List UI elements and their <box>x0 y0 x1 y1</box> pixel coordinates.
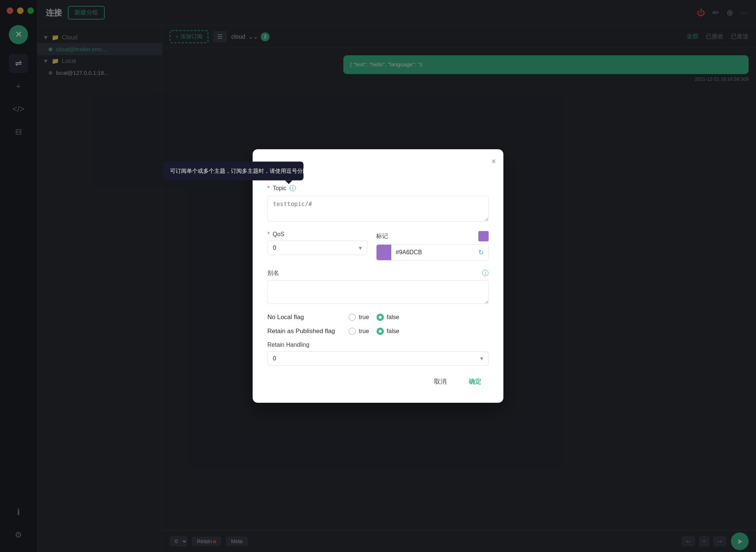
color-label: 标记 <box>376 231 489 241</box>
color-input-wrapper: ↻ <box>376 244 489 261</box>
qos-color-row: * QoS 0 1 2 ▼ 标记 <box>267 231 489 261</box>
retain-published-true-radio[interactable] <box>348 328 356 335</box>
qos-field: * QoS 0 1 2 ▼ <box>267 231 367 261</box>
no-local-true-radio[interactable] <box>348 314 356 321</box>
color-swatch-preview[interactable] <box>478 231 489 241</box>
topic-info-wrapper: ⓘ 可订阅单个或多个主题，订阅多主题时，请使用逗号分隔（,） <box>289 184 296 193</box>
retain-handling-select-wrapper: 0 1 2 ▼ <box>267 351 489 366</box>
modal-overlay: 添加订阅 × * Topic ⓘ 可订阅单个或多个主题，订阅多主题时，请使用逗号… <box>0 0 756 552</box>
no-local-true-option[interactable]: true <box>348 314 369 321</box>
qos-select[interactable]: 0 1 2 <box>267 241 367 255</box>
dialog-close-button[interactable]: × <box>491 157 496 166</box>
topic-label: * Topic ⓘ 可订阅单个或多个主题，订阅多主题时，请使用逗号分隔（,） <box>267 184 489 193</box>
alias-input[interactable] <box>267 280 489 304</box>
cancel-button[interactable]: 取消 <box>427 374 454 389</box>
no-local-false-radio[interactable] <box>377 314 384 321</box>
dialog-footer: 取消 确定 <box>267 374 489 389</box>
color-swatch <box>377 245 391 260</box>
retain-handling-select[interactable]: 0 1 2 <box>267 351 489 366</box>
topic-info-icon[interactable]: ⓘ <box>289 185 296 192</box>
qos-label: * QoS <box>267 231 367 238</box>
no-local-false-option[interactable]: false <box>377 314 399 321</box>
color-field: 标记 ↻ <box>376 231 489 261</box>
no-local-flag-group: No Local flag true false <box>267 314 489 321</box>
qos-select-wrapper: 0 1 2 ▼ <box>267 241 367 255</box>
retain-handling-field: Retain Handling 0 1 2 ▼ <box>267 342 489 366</box>
topic-tooltip: 可订阅单个或多个主题，订阅多主题时，请使用逗号分隔（,） <box>163 162 304 181</box>
topic-field: * Topic ⓘ 可订阅单个或多个主题，订阅多主题时，请使用逗号分隔（,） <box>267 184 489 223</box>
retain-published-true-option[interactable]: true <box>348 328 369 335</box>
retain-published-false-option[interactable]: false <box>377 328 399 335</box>
alias-info-icon[interactable]: ⓘ <box>482 269 489 277</box>
no-local-label: No Local flag <box>267 314 341 321</box>
required-star: * <box>267 185 270 192</box>
color-refresh-icon[interactable]: ↻ <box>474 248 488 256</box>
retain-published-label: Retain as Published flag <box>267 328 341 335</box>
topic-input[interactable] <box>267 196 489 221</box>
retain-published-false-radio[interactable] <box>377 328 384 335</box>
retain-handling-label: Retain Handling <box>267 342 489 348</box>
color-text-input[interactable] <box>391 245 474 259</box>
add-subscription-dialog: 添加订阅 × * Topic ⓘ 可订阅单个或多个主题，订阅多主题时，请使用逗号… <box>253 149 503 403</box>
alias-label: 别名 ⓘ <box>267 269 489 277</box>
confirm-button[interactable]: 确定 <box>461 374 489 389</box>
alias-field: 别名 ⓘ <box>267 269 489 305</box>
retain-published-flag-group: Retain as Published flag true false <box>267 328 489 335</box>
